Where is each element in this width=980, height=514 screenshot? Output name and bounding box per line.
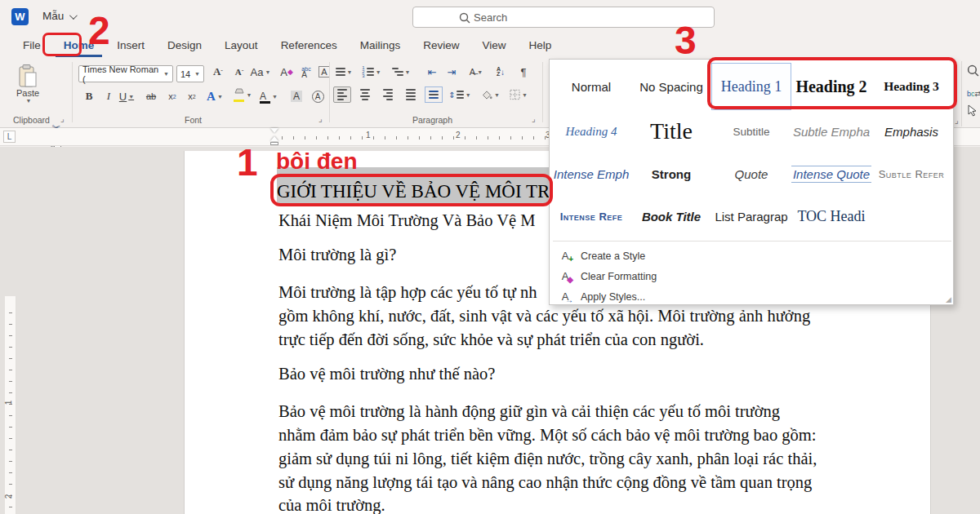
italic-button[interactable]: I — [100, 88, 118, 104]
tab-layout[interactable]: Layout — [216, 36, 266, 57]
tab-review[interactable]: Review — [415, 36, 467, 57]
font-group-label: Font — [185, 115, 202, 125]
show-paragraph-marks-button[interactable]: ¶ — [514, 64, 532, 80]
doc-line[interactable]: trực tiếp đến đời sống, sức khỏe và sự p… — [278, 327, 704, 352]
indent-markers[interactable] — [270, 128, 279, 146]
tab-help[interactable]: Help — [521, 36, 560, 57]
increase-indent-button[interactable]: ⇥ — [443, 64, 461, 80]
font-color-button[interactable]: A▼ — [260, 88, 278, 104]
hanging-indent-marker[interactable] — [270, 136, 278, 141]
ruler-number: 1 — [366, 131, 371, 140]
doc-line[interactable]: Môi trường là gì? — [278, 242, 396, 267]
style-intense-quote[interactable]: Intense Quote — [791, 166, 871, 183]
tab-stop-selector[interactable]: L — [3, 131, 16, 143]
style-no-spacing[interactable]: No Spacing — [639, 80, 703, 94]
doc-line[interactable]: sử dụng năng lượng tái tạo và nâng cao n… — [278, 470, 812, 494]
style-emphasis[interactable]: Emphasis — [884, 125, 938, 139]
align-center-button[interactable] — [356, 86, 374, 103]
paragraph-dialog-launcher-icon[interactable]: ⌟ — [532, 114, 536, 123]
ruler-ticks — [9, 312, 12, 514]
bold-button[interactable]: B — [80, 88, 98, 104]
font-name-combo[interactable]: Times New Roman (▼ — [78, 65, 173, 82]
multilevel-list-button[interactable]: ▼ — [392, 64, 410, 80]
clear-formatting-menu-item[interactable]: A◆ Clear Formatting — [558, 266, 942, 286]
phonetic-guide-button[interactable]: abcA — [297, 64, 315, 80]
subscript-button[interactable]: x2 — [163, 88, 181, 104]
shrink-font-button[interactable]: Aˇ — [230, 64, 248, 80]
doc-line[interactable]: của môi trường. — [278, 493, 385, 514]
sort-button[interactable]: AZ↓ — [492, 64, 510, 80]
clipboard-dialog-launcher-icon[interactable]: ⌟ — [60, 114, 65, 123]
font-size-combo[interactable]: 14▼ — [176, 65, 204, 82]
align-left-button[interactable] — [333, 86, 351, 103]
decrease-indent-button[interactable]: ⇤ — [423, 64, 441, 80]
style-book-title[interactable]: Book Title — [642, 210, 701, 224]
styles-dialog-launcher-icon[interactable]: ⌟ — [955, 116, 959, 125]
doc-line[interactable]: nhằm đảm bảo sự phát triển bền vững. Một… — [278, 423, 816, 447]
replace-button[interactable]: bc⇄ — [967, 85, 980, 100]
strikethrough-button[interactable]: ab — [142, 88, 160, 104]
tab-mailings[interactable]: Mailings — [352, 36, 409, 57]
create-a-style-menu-item[interactable]: A+ Create a Style — [558, 246, 942, 266]
numbered-list-button[interactable]: 123▼ — [363, 64, 381, 80]
vertical-ruler[interactable]: 1 2 3 — [5, 296, 16, 514]
align-right-button[interactable] — [379, 86, 397, 103]
style-subtitle[interactable]: Subtitle — [733, 126, 769, 138]
doc-line[interactable]: Khái Niệm Môi Trường Và Bảo Vệ M — [278, 208, 535, 233]
grow-font-button[interactable]: Aˆ — [209, 64, 227, 80]
paste-button[interactable]: Paste ▼ — [10, 64, 46, 117]
style-toc-heading[interactable]: TOC Headi — [797, 208, 865, 225]
doc-line[interactable]: Bảo vệ môi trường là hành động giữ gìn v… — [278, 399, 780, 423]
asian-layout-button[interactable]: A̶▼ — [467, 64, 485, 80]
font-dialog-launcher-icon[interactable]: ⌟ — [318, 114, 323, 123]
character-shading-button[interactable]: A — [287, 88, 305, 104]
line-spacing-button[interactable]: ⇕▼ — [451, 86, 469, 103]
text-effects-button[interactable]: A▼ — [206, 88, 224, 104]
find-button[interactable] — [967, 64, 980, 80]
group-divider — [329, 62, 330, 122]
doc-line[interactable]: gồm không khí, nước, đất, sinh vật và cá… — [278, 304, 810, 328]
distribute-button[interactable] — [425, 86, 443, 103]
style-title[interactable]: Title — [650, 118, 693, 144]
clear-formatting-button[interactable]: A◆ — [278, 64, 296, 80]
bullet-list-button[interactable]: ▼ — [335, 64, 353, 80]
annotation-box-home-tab — [42, 33, 82, 56]
doc-line[interactable]: giảm sử dụng túi ni lông, tiết kiệm điện… — [278, 446, 817, 471]
style-list-paragraph[interactable]: List Paragrap — [715, 210, 787, 224]
shading-button[interactable]: ▼ — [482, 86, 500, 103]
borders-button[interactable]: ▼ — [510, 86, 528, 103]
select-button[interactable] — [967, 104, 980, 120]
enclose-characters-button[interactable]: A — [309, 88, 327, 104]
highlight-color-button[interactable]: ▼ — [234, 86, 252, 103]
tab-view[interactable]: View — [474, 36, 514, 57]
doc-line[interactable]: Bảo vệ môi trường như thế nào? — [278, 361, 495, 386]
style-intense-reference[interactable]: Intense Refe — [560, 210, 623, 223]
chevron-down-icon: ▼ — [26, 98, 32, 104]
first-line-indent-marker[interactable] — [270, 128, 278, 133]
style-intense-emphasis[interactable]: Intense Emph — [554, 167, 630, 181]
left-indent-marker[interactable] — [270, 142, 278, 145]
style-quote[interactable]: Quote — [735, 167, 768, 181]
word-logo-icon[interactable]: W — [11, 8, 29, 25]
apply-styles-menu-item[interactable]: A→ Apply Styles... — [558, 286, 942, 307]
paragraph-group-label: Paragraph — [412, 115, 452, 125]
superscript-button[interactable]: x2 — [183, 88, 201, 104]
document-name[interactable]: Mẫu — [42, 10, 75, 22]
menu-separator — [553, 241, 951, 241]
create-style-icon: A+ — [558, 250, 572, 262]
style-heading-4[interactable]: Heading 4 — [566, 125, 617, 139]
menu-resize-grip[interactable]: ◢ — [946, 295, 951, 304]
style-strong[interactable]: Strong — [652, 167, 691, 181]
tab-design[interactable]: Design — [159, 36, 210, 57]
style-subtle-reference[interactable]: Subtle Refer — [879, 168, 945, 180]
tab-references[interactable]: References — [273, 36, 345, 57]
search-input[interactable]: Search — [412, 7, 715, 28]
doc-line[interactable]: Môi trường là tập hợp các yếu tố tự nh — [278, 280, 537, 304]
underline-button[interactable]: U▼ — [118, 88, 136, 104]
change-case-button[interactable]: Aa▼ — [252, 64, 270, 80]
style-subtle-emphasis[interactable]: Subtle Empha — [793, 125, 870, 139]
style-normal[interactable]: Normal — [572, 80, 611, 94]
justify-button[interactable] — [402, 86, 420, 103]
tab-insert[interactable]: Insert — [109, 36, 153, 57]
character-border-button[interactable]: A — [315, 64, 333, 80]
